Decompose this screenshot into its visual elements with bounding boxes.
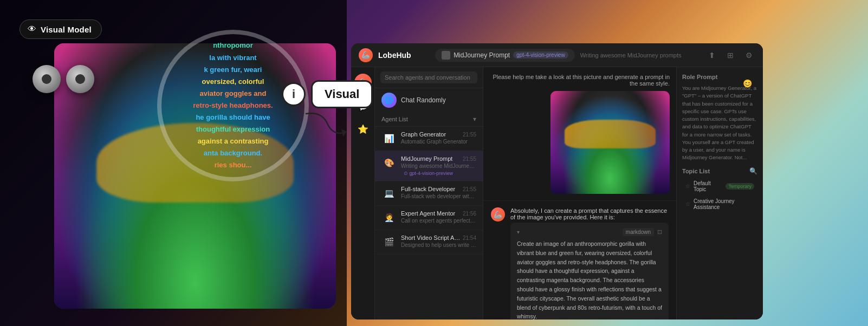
eye-icon: 👁: [28, 24, 36, 34]
agent-time: 21:55: [463, 186, 476, 192]
list-item[interactable]: 🎨 MidJourney Prompt 21:55 Writing awesom…: [375, 151, 483, 181]
topic-item-creative[interactable]: ☆ Creative Journey Assistance: [682, 196, 757, 212]
svg-marker-0: [341, 129, 347, 136]
chat-messages: 🦾 Absolutely, I can create a prompt that…: [483, 201, 676, 320]
agent-desc: Designed to help users write e...: [401, 242, 476, 248]
chevron-icon[interactable]: ▾: [517, 229, 520, 235]
info-icon: i: [282, 82, 306, 106]
star-sidebar-icon[interactable]: ⭐: [355, 121, 371, 136]
agent-time: 21:55: [463, 132, 476, 138]
agent-list-header-text: Agent List: [381, 116, 408, 122]
mascot: [33, 65, 98, 108]
message-content: Absolutely, I can create a prompt that c…: [510, 207, 669, 320]
message-avatar: 🦾: [491, 207, 505, 221]
agent-list-header: Agent List ▾: [375, 112, 483, 127]
agent-name: Full-stack Developer: [401, 186, 455, 192]
agent-avatar-graph: 📊: [381, 131, 397, 146]
agent-avatar-expert: 🧑‍💼: [381, 210, 397, 225]
topic-name: Creative Journey Assistance: [694, 198, 754, 210]
tab-name: MidJourney Prompt: [454, 51, 510, 59]
chat-randomly-avatar: 🌐: [381, 93, 397, 108]
arrow-icon: [301, 108, 355, 141]
list-item[interactable]: 🎬 Short Video Script Assi... 21:54 Desig…: [375, 230, 483, 255]
list-item[interactable]: 💻 Full-stack Developer 21:55 Full-stack …: [375, 181, 483, 206]
lobehub-panel: 🦾 LobeHub MidJourney Prompt gpt-4-vision…: [351, 43, 763, 320]
role-prompt-text: You are Midjourney Generator, a "GPT" – …: [682, 84, 757, 162]
chat-prompt-image: Please help me take a look at this pictu…: [483, 67, 676, 201]
emoji-icon: 😊: [743, 79, 752, 88]
agent-avatar-dev: 💻: [381, 186, 397, 201]
gorilla-thumbnail: [550, 91, 670, 194]
agent-time: 21:55: [463, 156, 476, 162]
panel-body: 🦾 💬 ⭐ 🌐 Chat Randomly Agent List ▾: [351, 67, 763, 320]
message-body: Create an image of an anthropomorphic go…: [517, 239, 662, 320]
search-icon[interactable]: 🔍: [749, 167, 757, 175]
topic-list-header: Topic List 🔍: [682, 167, 757, 175]
agent-name: Short Video Script Assi...: [401, 234, 463, 241]
agent-desc: Writing awesome MidJourney p...: [401, 163, 476, 169]
message-title: Absolutely, I can create a prompt that c…: [510, 207, 669, 220]
tab-subtitle: Writing awesome MidJourney prompts: [580, 52, 682, 58]
message-row: 🦾 Absolutely, I can create a prompt that…: [491, 207, 669, 320]
agent-badge: ⊙ gpt-4-vision-preview: [401, 170, 476, 177]
agent-desc: Call on expert agents perfectly...: [401, 218, 476, 224]
search-input[interactable]: [380, 71, 477, 83]
tab-pill[interactable]: MidJourney Prompt gpt-4-vision-preview: [435, 49, 575, 62]
agent-time: 21:56: [463, 211, 476, 217]
visual-model-badge[interactable]: 👁 Visual Model: [20, 19, 102, 39]
right-panel: Role Prompt 😊 You are Midjourney Generat…: [676, 67, 763, 320]
tab-icon: [442, 51, 450, 60]
chat-randomly-item[interactable]: 🌐 Chat Randomly: [375, 88, 483, 112]
topic-badge: Temporary: [726, 183, 754, 190]
topic-name: Default Topic: [694, 180, 722, 192]
eye-right: [66, 65, 94, 93]
app-icon: 🦾: [359, 48, 373, 62]
markdown-badge: markdown: [623, 228, 654, 236]
share-icon[interactable]: ⬆: [705, 49, 718, 62]
agent-desc: Full-stack web developer with e...: [401, 193, 476, 199]
star-icon: ☆: [685, 201, 690, 207]
prompt-text: Please help me take a look at this pictu…: [490, 74, 670, 87]
agent-name: MidJourney Prompt: [401, 155, 452, 162]
message-controls: ▾: [517, 229, 520, 235]
agent-avatar-mj: 🎨: [381, 155, 397, 171]
agent-time: 21:54: [463, 235, 476, 241]
agent-search: [375, 67, 483, 88]
magnify-text: nthropomor la with vibrant k green fur, …: [182, 30, 283, 181]
agent-desc: Automatic Graph Generator: [401, 139, 476, 145]
titlebar: 🦾 LobeHub MidJourney Prompt gpt-4-vision…: [351, 43, 763, 67]
chevron-down-icon[interactable]: ▾: [473, 115, 476, 123]
visual-bubble: i Visual: [282, 80, 373, 108]
list-item[interactable]: 📊 Graph Generator 21:55 Automatic Graph …: [375, 127, 483, 151]
visual-model-label: Visual Model: [41, 25, 92, 34]
list-item[interactable]: 🧑‍💼 Expert Agent Mentor 21:56 Call on ex…: [375, 206, 483, 230]
message-box: ▾ markdown ⊡ Create an image of an anthr…: [510, 223, 669, 320]
app-name: LobeHub: [378, 51, 411, 60]
eye-left: [33, 65, 61, 93]
tab-badge: gpt-4-vision-preview: [513, 51, 568, 58]
copy-icon[interactable]: ⊡: [657, 229, 662, 236]
settings-icon[interactable]: ⚙: [742, 49, 755, 62]
chat-area: Please help me take a look at this pictu…: [483, 67, 676, 320]
chat-randomly-label: Chat Randomly: [401, 96, 446, 104]
star-icon: ☆: [685, 183, 690, 189]
agent-name: Expert Agent Mentor: [401, 210, 455, 217]
visual-label: Visual: [311, 80, 373, 108]
agent-avatar-video: 🎬: [381, 234, 397, 250]
agent-list-panel: 🌐 Chat Randomly Agent List ▾ 📊 Graph Gen…: [375, 67, 483, 320]
grid-icon[interactable]: ⊞: [724, 49, 737, 62]
topic-item-default[interactable]: ☆ Default Topic Temporary: [682, 178, 757, 194]
message-box-header: ▾ markdown ⊡: [517, 228, 662, 236]
agent-name: Graph Generator: [401, 131, 446, 138]
